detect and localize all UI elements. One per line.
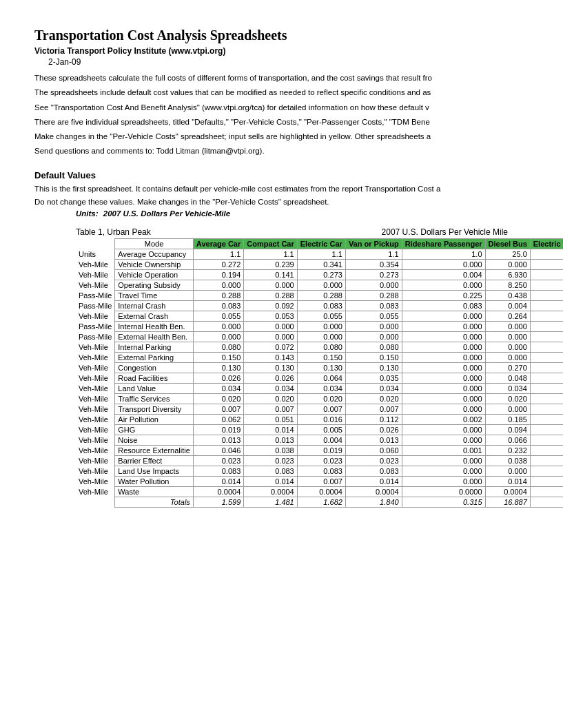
row-value: 0.051: [244, 415, 297, 425]
row-value: 0.0004: [297, 487, 345, 497]
row-value: 0.232: [485, 446, 530, 456]
row-value: 0.055: [345, 311, 402, 322]
row-value: 0.004: [530, 301, 563, 311]
row-units: Veh-Mile: [76, 487, 115, 497]
date: 2-Jan-09: [48, 57, 529, 67]
row-units: Veh-Mile: [76, 342, 115, 353]
row-value: 0.040: [530, 435, 563, 446]
row-value: 0.034: [530, 384, 563, 394]
row-value: 9.009: [530, 270, 563, 280]
row-value: 0.141: [244, 270, 297, 280]
row-value: 0.055: [297, 311, 345, 322]
row-value: 0.004: [297, 435, 345, 446]
row-value: 0.000: [345, 280, 402, 291]
row-value: 0.034: [485, 384, 530, 394]
row-value: 0.000: [530, 353, 563, 363]
row-value: 0.083: [193, 301, 243, 311]
units-label: Units: 2007 U.S. Dollars Per Vehicle-Mil…: [76, 209, 529, 218]
row-units: Pass-Mile: [76, 332, 115, 342]
row-value: 0.288: [345, 291, 402, 301]
row-value: 0.066: [485, 435, 530, 446]
row-value: 0.264: [530, 311, 563, 322]
row-value: 0.000: [402, 280, 485, 291]
row-value: 0.004: [485, 301, 530, 311]
row-value: 0.000: [402, 260, 485, 270]
row-value: 0.083: [244, 466, 297, 477]
row-value: 0.020: [530, 394, 563, 404]
row-mode: Transport Diversity: [115, 404, 194, 415]
table-row: Veh-MileBarrier Effect0.0230.0230.0230.0…: [76, 456, 563, 466]
row-value: 0.034: [244, 384, 297, 394]
row-value: 0.007: [345, 404, 402, 415]
intro-line-4: There are five individual spreadsheets, …: [34, 116, 529, 128]
row-value: 0.000: [485, 466, 530, 477]
row-mode: Vehicle Ownership: [115, 260, 194, 270]
section-desc-2: Do not change these values. Make changes…: [34, 196, 529, 208]
row-value: 0.438: [530, 291, 563, 301]
row-mode: Water Pollution: [115, 477, 194, 487]
intro-line-5: Make changes in the "Per-Vehicle Costs" …: [34, 131, 529, 143]
row-value: 0.239: [244, 260, 297, 270]
row-units: Pass-Mile: [76, 291, 115, 301]
row-value: 0.272: [193, 260, 243, 270]
row-mode: Barrier Effect: [115, 456, 194, 466]
row-value: 0.341: [297, 260, 345, 270]
col-header-compact-car: Compact Car: [244, 239, 297, 249]
table-row: Veh-MileResource Externalitie0.0460.0380…: [76, 446, 563, 456]
totals-value: 16.887: [485, 497, 530, 508]
row-value: 11.484: [530, 280, 563, 291]
row-value: 0.048: [530, 373, 563, 384]
row-mode: Operating Subsidy: [115, 280, 194, 291]
org-name: Victoria Transport Policy Institute (www…: [34, 46, 529, 56]
row-value: 0.013: [193, 435, 243, 446]
row-value: 0.020: [345, 394, 402, 404]
row-units: Veh-Mile: [76, 363, 115, 373]
row-value: 0.013: [345, 435, 402, 446]
row-value: 0.000: [485, 260, 530, 270]
row-value: 0.023: [297, 456, 345, 466]
col-header-diesel-bus: Diesel Bus: [485, 239, 530, 249]
intro-line-3: See "Transportation Cost And Benefit Ana…: [34, 102, 529, 114]
units-header-spacer: [76, 239, 115, 249]
totals-value: 1.481: [244, 497, 297, 508]
row-value: 0.0004: [345, 487, 402, 497]
row-mode: Congestion: [115, 363, 194, 373]
row-mode: GHG: [115, 425, 194, 435]
row-units: Veh-Mile: [76, 466, 115, 477]
table-row: Veh-MileTransport Diversity0.0070.0070.0…: [76, 404, 563, 415]
row-value: 0.080: [297, 342, 345, 353]
table-row: Veh-MileLand Use Impacts0.0830.0830.0830…: [76, 466, 563, 477]
col-header-electric-trolley: Electric Trolley: [530, 239, 563, 249]
row-value: 0.034: [297, 384, 345, 394]
totals-value: 0.315: [402, 497, 485, 508]
row-value: 0.007: [244, 404, 297, 415]
units-value: 2007 U.S. Dollars Per Vehicle-Mile: [103, 209, 230, 218]
row-value: 0.014: [485, 477, 530, 487]
col-header-van-pickup: Van or Pickup: [345, 239, 402, 249]
row-units: Veh-Mile: [76, 404, 115, 415]
table-title-row: Table 1, Urban Peak 2007 U.S. Dollars Pe…: [76, 227, 529, 237]
row-value: 0.094: [485, 425, 530, 435]
row-value: 1.1: [297, 249, 345, 260]
row-value: 0.062: [193, 415, 243, 425]
intro-line-1: These spreadsheets calculate the full co…: [34, 72, 529, 84]
row-value: 0.031: [530, 425, 563, 435]
row-value: 0.000: [297, 322, 345, 332]
row-units: Veh-Mile: [76, 260, 115, 270]
row-value: 0.000: [402, 332, 485, 342]
row-value: 0.000: [345, 332, 402, 342]
row-value: 0.000: [345, 322, 402, 332]
row-value: 0.000: [193, 280, 243, 291]
totals-label: Totals: [115, 497, 194, 508]
row-value: 0.000: [244, 332, 297, 342]
row-value: 0.000: [297, 332, 345, 342]
col-header-rideshare: Rideshare Passenger: [402, 239, 485, 249]
table-row: Veh-MileNoise0.0130.0130.0040.0130.0000.…: [76, 435, 563, 446]
row-value: 0.048: [485, 373, 530, 384]
row-value: 0.130: [345, 363, 402, 373]
row-value: 0.143: [244, 353, 297, 363]
col-header-electric-car: Electric Car: [297, 239, 345, 249]
units-prefix: Units:: [76, 209, 99, 218]
row-value: 0.083: [345, 301, 402, 311]
row-value: 0.000: [530, 322, 563, 332]
